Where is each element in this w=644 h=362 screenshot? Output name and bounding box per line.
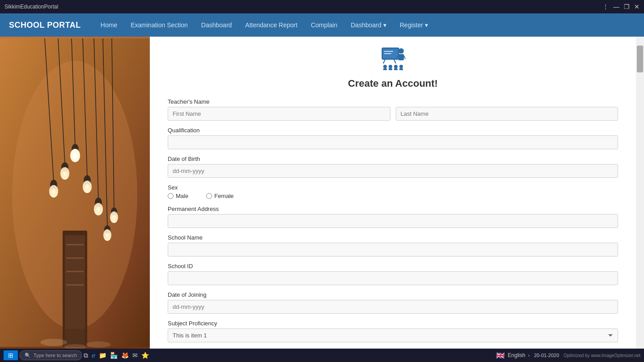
- svg-point-53: [399, 65, 403, 68]
- main-content: Create an Account! Teacher's Name Qualif…: [0, 37, 644, 349]
- dropdown-arrow-icon2: ▾: [425, 21, 428, 29]
- nav-complain[interactable]: Complain: [305, 18, 343, 32]
- subject-proficiency-group: Subject Proficiency This is item 1: [168, 320, 618, 342]
- nav-dashboard-dropdown[interactable]: Dashboard ▾: [344, 18, 393, 32]
- folder-icon[interactable]: 📁: [99, 352, 106, 359]
- dob-group: Date of Birth: [168, 156, 618, 178]
- svg-point-29: [112, 215, 116, 219]
- optimized-badge: Optimized by www.ImageOptimizer.net: [564, 353, 640, 358]
- svg-rect-35: [66, 284, 84, 286]
- taskbar-search[interactable]: 🔍 Type here to search: [20, 350, 82, 360]
- sex-row: Male Female: [168, 193, 618, 199]
- left-panel: [0, 37, 150, 349]
- teacher-icon: [168, 46, 618, 75]
- taskbar-app-icons: ⧉ ℯ 📁 🏪 🦊 ✉ ⭐: [84, 352, 149, 359]
- school-name-input[interactable]: [168, 243, 618, 257]
- subject-proficiency-select[interactable]: This is item 1: [168, 328, 618, 342]
- svg-point-14: [63, 171, 67, 176]
- qualification-input[interactable]: [168, 135, 618, 149]
- nav-examination[interactable]: Examination Section: [124, 18, 194, 32]
- right-panel: Create an Account! Teacher's Name Qualif…: [150, 37, 636, 349]
- search-placeholder: Type here to search: [34, 353, 77, 358]
- nav-home[interactable]: Home: [94, 18, 123, 32]
- navbar-brand: SCHOOL PORTAL: [9, 21, 81, 30]
- mail-icon[interactable]: ✉: [132, 352, 138, 359]
- svg-rect-54: [383, 68, 387, 70]
- title-bar-controls: ⋮ — ❐ ✕: [602, 3, 640, 10]
- svg-rect-36: [63, 329, 87, 347]
- svg-line-45: [394, 59, 396, 63]
- svg-point-20: [85, 184, 89, 189]
- doj-input[interactable]: [168, 300, 618, 314]
- navbar: SCHOOL PORTAL Home Examination Section D…: [0, 13, 644, 37]
- store-icon[interactable]: 🏪: [110, 352, 118, 359]
- flag-icon: 🇬🇧: [496, 351, 505, 360]
- task-view-icon[interactable]: ⧉: [84, 352, 88, 359]
- school-id-input[interactable]: [168, 271, 618, 285]
- svg-point-51: [389, 65, 392, 68]
- scroll-thumb[interactable]: [637, 46, 643, 72]
- svg-point-23: [97, 206, 100, 212]
- sex-group: Sex Male Female: [168, 184, 618, 199]
- app-title: SikkimEducationPortal: [4, 4, 58, 10]
- scrollbar[interactable]: [636, 37, 644, 349]
- dropdown-arrow-icon: ▾: [383, 21, 386, 29]
- male-radio[interactable]: [168, 193, 174, 199]
- form-header: Create an Account!: [168, 46, 618, 89]
- app-icon[interactable]: ⭐: [141, 352, 149, 359]
- taskbar-left: ⊞ 🔍 Type here to search ⧉ ℯ 📁 🏪 🦊 ✉ ⭐: [4, 350, 149, 360]
- school-id-group: School ID: [168, 263, 618, 285]
- svg-point-52: [394, 65, 398, 68]
- title-bar-left: SikkimEducationPortal: [4, 4, 58, 10]
- school-name-group: School Name: [168, 234, 618, 257]
- permanent-address-input[interactable]: [168, 214, 618, 228]
- svg-line-49: [404, 55, 405, 59]
- permanent-address-group: Permanent Address: [168, 206, 618, 228]
- menu-button[interactable]: ⋮: [602, 3, 609, 10]
- teacher-name-label: Teacher's Name: [168, 98, 618, 105]
- language-arrow-icon: ›: [528, 353, 530, 358]
- svg-rect-57: [399, 68, 403, 70]
- nav-attendance[interactable]: Attendance Report: [239, 18, 304, 32]
- qualification-label: Qualification: [168, 127, 618, 134]
- svg-rect-56: [394, 68, 398, 70]
- close-button[interactable]: ✕: [634, 3, 640, 10]
- name-row: [168, 107, 618, 121]
- svg-rect-47: [398, 54, 404, 60]
- svg-point-17: [73, 152, 77, 159]
- nav-dashboard[interactable]: Dashboard: [195, 18, 238, 32]
- svg-line-44: [383, 59, 385, 63]
- doj-label: Date of Joining: [168, 291, 618, 298]
- pendant-image: [0, 37, 150, 349]
- firefox-icon[interactable]: 🦊: [121, 352, 129, 359]
- svg-point-26: [106, 233, 109, 237]
- svg-point-39: [86, 341, 111, 348]
- minimize-button[interactable]: —: [613, 3, 619, 10]
- last-name-input[interactable]: [396, 107, 619, 121]
- first-name-input[interactable]: [168, 107, 390, 121]
- doj-group: Date of Joining: [168, 291, 618, 314]
- school-name-label: School Name: [168, 234, 618, 241]
- svg-point-46: [398, 48, 404, 54]
- restore-button[interactable]: ❐: [624, 3, 630, 10]
- nav-register-dropdown[interactable]: Register ▾: [394, 18, 434, 32]
- svg-rect-32: [66, 244, 84, 245]
- teacher-name-group: Teacher's Name: [168, 98, 618, 121]
- dob-label: Date of Birth: [168, 156, 618, 162]
- edge-icon[interactable]: ℯ: [92, 352, 95, 359]
- dob-input[interactable]: [168, 164, 618, 178]
- search-icon: 🔍: [25, 353, 31, 358]
- start-button[interactable]: ⊞: [4, 350, 18, 360]
- school-id-label: School ID: [168, 263, 618, 269]
- female-radio[interactable]: [206, 193, 212, 199]
- qualification-group: Qualification: [168, 127, 618, 149]
- female-radio-label[interactable]: Female: [206, 193, 233, 199]
- male-radio-label[interactable]: Male: [168, 193, 188, 199]
- language-selector[interactable]: 🇬🇧 English ›: [496, 351, 530, 360]
- svg-point-11: [52, 189, 55, 194]
- windows-icon: ⊞: [8, 352, 13, 359]
- svg-rect-55: [389, 68, 392, 70]
- language-label: English: [508, 352, 525, 358]
- svg-rect-34: [66, 271, 84, 272]
- sex-label: Sex: [168, 184, 618, 191]
